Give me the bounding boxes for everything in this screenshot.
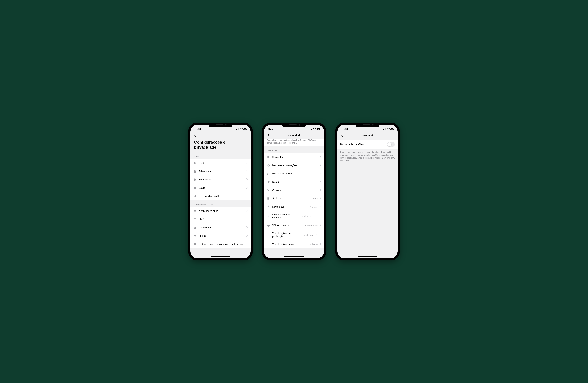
row-security[interactable]: Segurança <box>190 176 251 184</box>
phone-frame: 15:58 58 PrivacidadeGerencie as informaç… <box>262 123 326 260</box>
chevron-right-icon <box>246 162 248 165</box>
chevron-right-icon <box>246 170 248 173</box>
cellular-signal-icon <box>383 128 386 130</box>
clock-icon <box>193 243 197 246</box>
wifi-icon <box>387 128 390 130</box>
toggle-description: Permita que outras pessoas façam downloa… <box>337 149 398 164</box>
play-icon <box>193 226 197 229</box>
settings-list[interactable]: Conta Conta Privacidade Segurança Saldo … <box>190 153 251 258</box>
sticker-icon <box>267 197 270 200</box>
row-postviews[interactable]: Visualizações de publicação Desativado <box>264 230 324 240</box>
notch <box>282 123 306 127</box>
cellular-signal-icon <box>236 128 239 130</box>
nav-title: Privacidade <box>264 134 324 137</box>
chevron-right-icon <box>246 234 248 237</box>
row-value: Somente eu <box>305 224 317 227</box>
back-button[interactable] <box>340 133 344 137</box>
nav-title: Downloads <box>337 134 398 137</box>
row-label: Histórico de comentários e visualizações <box>199 243 244 246</box>
phone-frame: 15:58 58 Configurações e privacidadeCont… <box>188 123 253 260</box>
row-stickers[interactable]: Stickers Todos <box>264 194 324 203</box>
row-liked[interactable]: Vídeos curtidos Somente eu <box>264 221 324 230</box>
status-time: 15:58 <box>268 128 274 131</box>
chat-icon <box>267 156 270 159</box>
row-privacy[interactable]: Privacidade <box>190 167 251 176</box>
home-indicator[interactable] <box>357 256 378 257</box>
chevron-right-icon <box>310 215 312 218</box>
duet-icon <box>267 180 270 184</box>
row-value: Todos <box>312 197 317 200</box>
row-stitch[interactable]: Costurar <box>264 186 324 194</box>
row-dm[interactable]: Mensagens diretas <box>264 170 324 178</box>
row-label: Idioma <box>199 234 244 237</box>
playfwd-icon <box>267 233 270 237</box>
lock-icon <box>193 170 197 173</box>
row-profviews[interactable]: Visualizações de perfil Ativado <box>264 240 324 248</box>
row-duet[interactable]: Dueto <box>264 178 324 186</box>
row-comments[interactable]: Comentários <box>264 153 324 161</box>
battery-level: 58 <box>317 128 320 130</box>
notch <box>208 123 233 127</box>
row-label: Segurança <box>199 178 244 181</box>
chevron-right-icon <box>246 195 248 198</box>
chevron-right-icon <box>320 180 321 183</box>
section-list: Notificações push LIVE Reprodução Idioma… <box>190 207 251 248</box>
download-icon <box>267 205 270 208</box>
tv-icon <box>193 218 197 221</box>
wifi-icon <box>313 128 316 130</box>
privacy-list[interactable]: Interações Comentários Menções e marcaçõ… <box>264 146 324 258</box>
back-button[interactable] <box>193 133 197 137</box>
home-indicator[interactable] <box>284 256 304 257</box>
row-mentions[interactable]: Menções e marcações <box>264 161 324 170</box>
row-playback[interactable]: Reprodução <box>190 224 251 232</box>
back-button[interactable] <box>266 133 271 137</box>
row-downloads[interactable]: Downloads Ativado <box>264 203 324 211</box>
chevron-right-icon <box>246 178 248 181</box>
nav-bar <box>190 132 251 139</box>
chevron-right-icon <box>320 243 321 246</box>
row-label: Saldo <box>199 186 244 189</box>
row-label: Vídeos curtidos <box>272 224 303 227</box>
video-downloads-toggle[interactable] <box>387 142 395 147</box>
stitch-icon <box>267 189 270 192</box>
row-following[interactable]: Lista de usuários seguidos Todos <box>264 211 324 221</box>
row-share[interactable]: Compartilhar perfil <box>190 192 251 200</box>
row-label: Menções e marcações <box>272 164 317 167</box>
home-indicator[interactable] <box>210 256 231 257</box>
footsteps-icon <box>267 243 270 246</box>
wifi-icon <box>240 128 243 130</box>
section-header-conte-do-exibi-o: Conteúdo & Exibição <box>190 200 251 207</box>
share-icon <box>193 195 197 198</box>
status-right: 58 <box>310 128 320 130</box>
notch <box>355 123 380 127</box>
row-language[interactable]: Idioma <box>190 232 251 240</box>
row-history[interactable]: Histórico de comentários e visualizações <box>190 240 251 248</box>
row-push[interactable]: Notificações push <box>190 207 251 215</box>
row-account[interactable]: Conta <box>190 159 251 167</box>
chevron-right-icon <box>246 243 248 246</box>
chevron-right-icon <box>320 156 321 159</box>
screen: 15:58 58 Configurações e privacidadeCont… <box>190 125 251 258</box>
row-label: Reprodução <box>199 226 244 229</box>
phones-row: 15:58 58 Configurações e privacidadeCont… <box>188 123 400 260</box>
screen: 15:58 58 Downloads Downloads de vídeo Pe… <box>337 125 398 258</box>
chevron-right-icon <box>320 189 321 192</box>
person-icon <box>193 161 197 165</box>
row-label: Notificações push <box>199 210 244 213</box>
row-label: Mensagens diretas <box>272 172 317 175</box>
row-label: Visualizações de perfil <box>272 243 308 246</box>
section-header-conta: Conta <box>190 153 251 159</box>
row-label: Dueto <box>272 180 317 183</box>
toggle-label: Downloads de vídeo <box>340 143 364 146</box>
row-live[interactable]: LIVE <box>190 215 251 224</box>
at-icon <box>267 164 270 167</box>
interactions-list: Comentários Menções e marcações Mensagen… <box>264 153 324 248</box>
nav-bar: Downloads <box>337 132 398 139</box>
nav-bar: Privacidade <box>264 132 324 139</box>
chevron-right-icon <box>320 197 321 200</box>
phone-frame: 15:58 58 Downloads Downloads de vídeo Pe… <box>335 123 400 260</box>
users-icon <box>267 214 270 218</box>
chevron-right-icon <box>246 186 248 189</box>
row-label: Comentários <box>272 156 317 159</box>
row-balance[interactable]: Saldo <box>190 184 251 192</box>
